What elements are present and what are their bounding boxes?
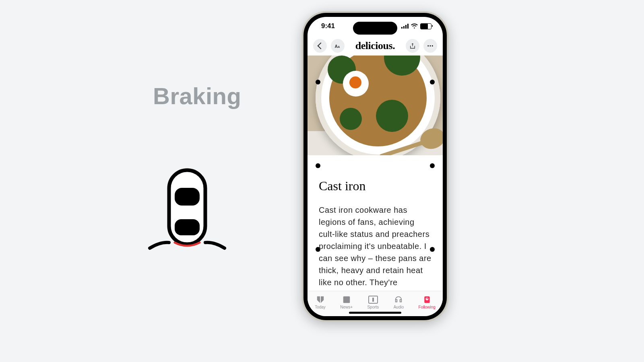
tab-audio[interactable]: Audio [394,295,404,309]
share-button[interactable] [406,39,419,53]
tab-bar: TodayNews+SportsAudioFollowing [308,291,443,316]
svg-rect-8 [343,296,350,303]
text-size-icon: AA [334,42,341,49]
svg-rect-2 [175,219,200,235]
article-paragraph: Cast iron cookware has legions of fans, … [319,204,431,294]
tab-newsplus[interactable]: News+ [340,295,353,309]
today-icon [316,295,325,304]
tab-label: Following [419,305,436,309]
battery-icon [420,23,431,29]
motion-cue-title: Braking [153,82,241,109]
tab-label: Sports [367,305,379,309]
presentation-slide: Braking 9:41 [0,0,644,362]
svg-point-5 [427,45,429,47]
audio-icon [394,295,403,304]
wifi-icon [411,23,418,30]
tab-label: Today [315,305,326,309]
svg-text:A: A [338,45,340,49]
newsplus-icon [342,295,351,304]
article-navbar: AA delicious. [308,36,443,56]
cellular-icon [401,24,409,29]
chevron-left-icon [317,43,324,49]
svg-point-7 [432,45,433,47]
car-braking-icon [145,167,229,251]
back-button[interactable] [313,39,327,53]
tab-today[interactable]: Today [315,295,326,309]
tab-label: News+ [340,305,353,309]
article-hero-image [308,56,443,155]
svg-point-6 [429,45,431,47]
ellipsis-icon [427,42,434,49]
phone-screen[interactable]: 9:41 AA delicious. [308,17,443,316]
tab-sports[interactable]: Sports [367,295,379,309]
more-button[interactable] [423,39,437,53]
iphone-mock: 9:41 AA delicious. [302,11,448,322]
status-bar: 9:41 [308,17,443,35]
sports-icon [368,295,378,304]
svg-rect-1 [175,188,200,206]
motion-cue-dot [316,80,320,84]
publication-title[interactable]: delicious. [355,40,395,52]
article-body[interactable]: Cast iron Cast iron cookware has legions… [308,155,443,294]
following-icon [422,295,432,304]
status-time: 9:41 [321,22,335,30]
share-icon [409,42,416,49]
text-size-button[interactable]: AA [331,39,345,53]
motion-cue-dot [430,80,435,84]
article-heading: Cast iron [319,179,431,193]
tab-label: Audio [394,305,404,309]
svg-rect-10 [372,298,374,302]
tab-following[interactable]: Following [419,295,436,309]
